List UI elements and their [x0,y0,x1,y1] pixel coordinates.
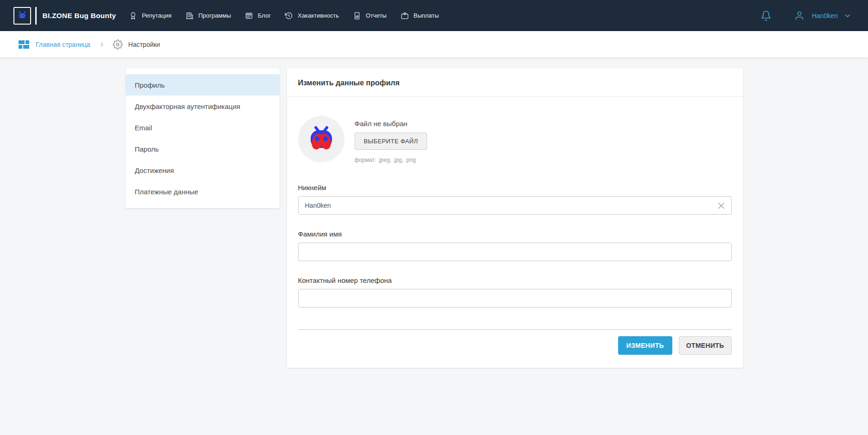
briefcase-icon [401,12,409,20]
phone-label: Контактный номер телефона [298,276,732,284]
user-icon [794,11,804,21]
sidebar-item-achievements[interactable]: Достижения [126,160,280,181]
close-icon [716,201,726,211]
brand-logo[interactable]: BI.ZONE Bug Bounty [13,7,116,25]
sidebar-item-label: Двухфакторная аутентификация [135,102,241,110]
bell-icon [760,10,772,21]
file-format-hint: формат: .jpeg, .jpg, .png [355,157,428,163]
nickname-input-wrap [298,196,732,215]
breadcrumb-home-label: Главная страница [36,41,90,48]
nav-item-programs[interactable]: Программы [185,12,231,20]
breadcrumb: Главная страница Настройки [0,31,868,58]
sidebar-item-payment-data[interactable]: Платежные данные [126,181,280,202]
nav-item-label: Программы [198,12,231,19]
sidebar-item-label: Достижения [135,166,174,174]
sidebar-item-label: Платежные данные [135,188,198,196]
field-group-nickname: Никнейм [298,184,732,215]
username: Han0ken [812,12,838,19]
phone-input[interactable] [298,289,732,307]
logo-divider [35,7,37,25]
nav-item-hackactivity[interactable]: Хакактивность [285,12,339,20]
footer-buttons: ИЗМЕНИТЬ ОТМЕНИТЬ [298,336,732,355]
profile-edit-card: Изменить данные профиля [287,68,743,368]
chevron-down-icon [843,12,852,20]
nav-item-reports[interactable]: Отчеты [353,12,387,20]
nav-item-label: Отчеты [366,12,387,19]
fullname-label: Фамилия имя [298,230,732,238]
phone-input-wrap [298,289,732,307]
topbar: BI.ZONE Bug Bounty Репутация Программы Б… [0,0,868,31]
brand-title: BI.ZONE Bug Bounty [43,12,116,20]
gear-icon [113,39,123,50]
card-title: Изменить данные профиля [287,68,743,97]
nickname-label: Никнейм [298,184,732,192]
nickname-input[interactable] [298,196,732,215]
logo-frame [13,7,31,25]
ladybug-avatar-icon [306,124,336,154]
breadcrumb-separator [99,41,105,48]
fullname-input[interactable] [298,243,732,261]
breadcrumb-current-label: Настройки [128,41,160,48]
sidebar-item-two-factor[interactable]: Двухфакторная аутентификация [126,96,280,117]
award-icon [129,12,137,20]
settings-sidebar: Профиль Двухфакторная аутентификация Ema… [126,68,280,208]
avatar [298,116,345,162]
sidebar-item-label: Email [135,124,153,132]
dashboard-grid-icon [18,39,30,50]
clear-nickname-button[interactable] [716,200,727,211]
sidebar-item-password[interactable]: Пароль [126,138,280,160]
cancel-button[interactable]: ОТМЕНИТЬ [679,336,732,355]
bug-logo-icon [18,12,27,20]
fullname-input-wrap [298,243,732,261]
building-icon [185,12,194,20]
sidebar-item-label: Пароль [135,145,159,153]
field-group-phone: Контактный номер телефона [298,276,732,307]
breadcrumb-home-link[interactable]: Главная страница [18,39,90,50]
nav-item-label: Блог [258,12,271,19]
footer-divider [298,329,732,330]
nav-item-label: Выплаты [414,12,439,19]
settings-layout: Профиль Двухфакторная аутентификация Ema… [126,68,743,368]
field-group-fullname: Фамилия имя [298,230,732,261]
submit-button[interactable]: ИЗМЕНИТЬ [618,336,672,355]
card-body: Файл не выбран ВЫБЕРИТЕ ФАЙЛ формат: .jp… [287,97,743,368]
nav-item-label: Хакактивность [298,12,339,19]
notifications-button[interactable] [760,10,772,21]
choose-file-button[interactable]: ВЫБЕРИТЕ ФАЙЛ [355,133,428,150]
sidebar-item-email[interactable]: Email [126,117,280,138]
nav-item-payouts[interactable]: Выплаты [401,12,439,20]
file-status-text: Файл не выбран [355,120,428,128]
user-menu[interactable]: Han0ken [794,11,852,21]
blog-icon [245,12,253,20]
file-upload-controls: Файл не выбран ВЫБЕРИТЕ ФАЙЛ формат: .jp… [355,116,428,163]
breadcrumb-current: Настройки [113,39,160,50]
nav-item-reputation[interactable]: Репутация [129,12,172,20]
history-icon [285,12,293,20]
sidebar-item-label: Профиль [135,81,165,89]
nav-item-label: Репутация [142,12,172,19]
main-nav: Репутация Программы Блог Хакактивность [129,12,439,20]
topbar-right: Han0ken [760,10,852,21]
nav-item-blog[interactable]: Блог [245,12,271,20]
report-icon [353,12,361,20]
chevron-right-icon [99,41,105,48]
page-content: Профиль Двухфакторная аутентификация Ema… [0,58,868,368]
avatar-upload-row: Файл не выбран ВЫБЕРИТЕ ФАЙЛ формат: .jp… [298,116,732,163]
sidebar-item-profile[interactable]: Профиль [126,74,280,96]
